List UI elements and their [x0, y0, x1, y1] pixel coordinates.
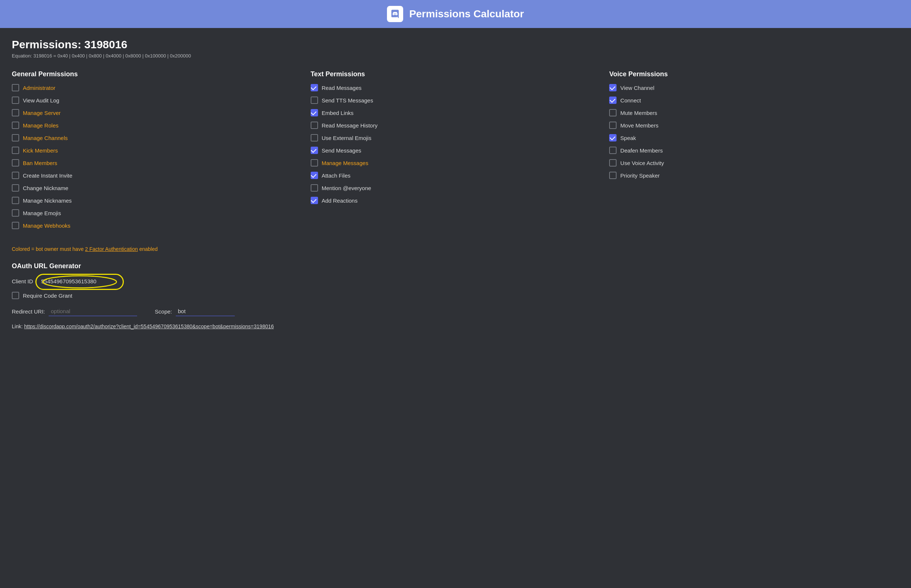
general-perm-item-9[interactable]: Manage Nicknames	[12, 197, 302, 204]
text-perm-item-7[interactable]: Attach Files	[311, 172, 601, 179]
text-checkbox-3[interactable]	[311, 121, 318, 129]
general-label-11: Manage Webhooks	[23, 223, 70, 229]
text-perm-item-8[interactable]: Mention @everyone	[311, 184, 601, 192]
require-code-grant-row[interactable]: Require Code Grant	[12, 292, 899, 299]
general-perm-item-3[interactable]: Manage Roles	[12, 121, 302, 129]
text-checkbox-1[interactable]	[311, 97, 318, 104]
footer-note: Colored = bot owner must have 2 Factor A…	[12, 246, 899, 252]
text-perm-item-2[interactable]: Embed Links	[311, 109, 601, 116]
voice-label-1: Connect	[620, 97, 641, 103]
oauth-title: OAuth URL Generator	[12, 262, 899, 270]
general-perm-item-1[interactable]: View Audit Log	[12, 97, 302, 104]
general-perm-item-2[interactable]: Manage Server	[12, 109, 302, 116]
general-checkbox-10[interactable]	[12, 209, 19, 216]
permissions-equation: Equation: 3198016 = 0x40 | 0x400 | 0x800…	[12, 53, 899, 58]
general-label-10: Manage Emojis	[23, 210, 61, 216]
text-checkbox-4[interactable]	[311, 134, 318, 142]
general-checkbox-7[interactable]	[12, 172, 19, 179]
general-perm-item-10[interactable]: Manage Emojis	[12, 209, 302, 216]
general-checkbox-8[interactable]	[12, 184, 19, 192]
text-checkbox-8[interactable]	[311, 184, 318, 192]
text-label-3: Read Message History	[322, 122, 378, 129]
oauth-fields-row: Redirect URI: Scope:	[12, 307, 899, 316]
voice-checkbox-6[interactable]	[609, 159, 617, 166]
general-checkbox-9[interactable]	[12, 197, 19, 204]
text-permissions-section: Text Permissions Read Messages Send TTS …	[311, 70, 601, 234]
voice-perm-item-5[interactable]: Deafen Members	[609, 147, 899, 154]
voice-perm-item-3[interactable]: Move Members	[609, 121, 899, 129]
general-checkbox-4[interactable]	[12, 134, 19, 142]
voice-checkbox-7[interactable]	[609, 172, 617, 179]
require-code-grant-checkbox[interactable]	[12, 292, 19, 299]
text-checkbox-5[interactable]	[311, 147, 318, 154]
general-checkbox-2[interactable]	[12, 109, 19, 116]
text-perm-item-6[interactable]: Manage Messages	[311, 159, 601, 166]
general-label-5: Kick Members	[23, 147, 58, 153]
general-label-6: Ban Members	[23, 160, 57, 166]
oauth-link-row: Link: https://discordapp.com/oauth2/auth…	[12, 323, 899, 330]
voice-checkbox-0[interactable]	[609, 84, 617, 91]
general-checkbox-3[interactable]	[12, 121, 19, 129]
permissions-grid: General Permissions Administrator View A…	[12, 70, 899, 234]
voice-checkbox-1[interactable]	[609, 97, 617, 104]
text-checkbox-9[interactable]	[311, 197, 318, 204]
voice-checkbox-5[interactable]	[609, 147, 617, 154]
general-label-1: View Audit Log	[23, 97, 59, 103]
voice-label-0: View Channel	[620, 85, 654, 91]
voice-checkbox-3[interactable]	[609, 121, 617, 129]
general-perm-item-4[interactable]: Manage Channels	[12, 134, 302, 142]
text-checkbox-7[interactable]	[311, 172, 318, 179]
general-perm-item-11[interactable]: Manage Webhooks	[12, 222, 302, 229]
text-label-2: Embed Links	[322, 110, 354, 116]
general-checkbox-6[interactable]	[12, 159, 19, 166]
general-permissions-title: General Permissions	[12, 70, 302, 78]
2fa-link[interactable]: 2 Factor Authentication	[85, 246, 138, 252]
voice-checkbox-2[interactable]	[609, 109, 617, 116]
text-perm-item-1[interactable]: Send TTS Messages	[311, 97, 601, 104]
general-label-3: Manage Roles	[23, 122, 58, 129]
text-label-8: Mention @everyone	[322, 185, 371, 191]
general-permissions-section: General Permissions Administrator View A…	[12, 70, 302, 234]
text-perm-item-0[interactable]: Read Messages	[311, 84, 601, 91]
scope-input[interactable]	[176, 307, 235, 316]
voice-checkbox-4[interactable]	[609, 134, 617, 142]
general-perm-item-6[interactable]: Ban Members	[12, 159, 302, 166]
scope-group: Scope:	[155, 307, 235, 316]
text-checkbox-0[interactable]	[311, 84, 318, 91]
voice-perm-item-7[interactable]: Priority Speaker	[609, 172, 899, 179]
general-perm-item-8[interactable]: Change Nickname	[12, 184, 302, 192]
text-permissions-title: Text Permissions	[311, 70, 601, 78]
text-perm-item-4[interactable]: Use External Emojis	[311, 134, 601, 142]
text-label-1: Send TTS Messages	[322, 97, 373, 103]
voice-perm-item-0[interactable]: View Channel	[609, 84, 899, 91]
redirect-uri-input[interactable]	[48, 307, 137, 316]
client-id-input[interactable]	[39, 277, 120, 286]
oauth-section: OAuth URL Generator Client ID Require Co…	[12, 262, 899, 330]
voice-perm-item-4[interactable]: Speak	[609, 134, 899, 142]
text-checkbox-2[interactable]	[311, 109, 318, 116]
general-perm-item-5[interactable]: Kick Members	[12, 147, 302, 154]
general-label-0: Administrator	[23, 85, 55, 91]
general-perm-item-0[interactable]: Administrator	[12, 84, 302, 91]
discord-logo-icon	[387, 6, 403, 22]
general-label-9: Manage Nicknames	[23, 197, 72, 204]
voice-perm-item-1[interactable]: Connect	[609, 97, 899, 104]
voice-perm-item-6[interactable]: Use Voice Activity	[609, 159, 899, 166]
text-label-4: Use External Emojis	[322, 135, 372, 141]
text-perm-item-3[interactable]: Read Message History	[311, 121, 601, 129]
general-checkbox-1[interactable]	[12, 97, 19, 104]
general-checkbox-11[interactable]	[12, 222, 19, 229]
oauth-url-link[interactable]: https://discordapp.com/oauth2/authorize?…	[24, 323, 274, 330]
general-label-2: Manage Server	[23, 110, 61, 116]
permissions-value: Permissions: 3198016	[12, 38, 899, 51]
general-perm-item-7[interactable]: Create Instant Invite	[12, 172, 302, 179]
text-checkbox-6[interactable]	[311, 159, 318, 166]
voice-label-7: Priority Speaker	[620, 173, 660, 179]
general-checkbox-0[interactable]	[12, 84, 19, 91]
voice-perm-item-2[interactable]: Mute Members	[609, 109, 899, 116]
permissions-value-row: Permissions: 3198016 Equation: 3198016 =…	[12, 38, 899, 58]
redirect-uri-label: Redirect URI:	[12, 309, 45, 315]
general-checkbox-5[interactable]	[12, 147, 19, 154]
text-perm-item-9[interactable]: Add Reactions	[311, 197, 601, 204]
text-perm-item-5[interactable]: Send Messages	[311, 147, 601, 154]
